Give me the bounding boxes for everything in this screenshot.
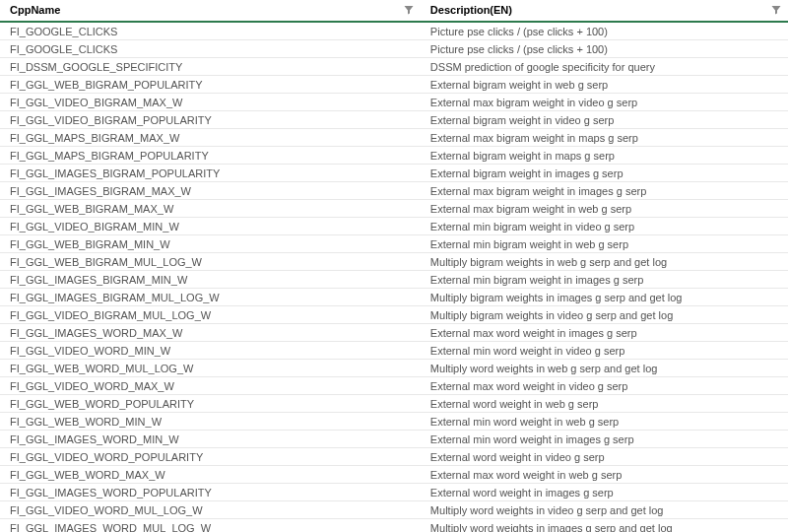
cell-cpp-name: FI_GGL_WEB_WORD_MUL_LOG_W (0, 360, 421, 377)
cell-cpp-name: FI_GGL_IMAGES_BIGRAM_MUL_LOG_W (0, 289, 421, 306)
cell-description: External max word weight in video g serp (421, 377, 788, 395)
table-row[interactable]: FI_GGL_WEB_WORD_MIN_WExternal min word w… (0, 413, 788, 431)
cell-description: External max bigram weight in web g serp (421, 200, 788, 218)
filter-icon[interactable] (770, 4, 782, 16)
cell-description: External min word weight in images g ser… (421, 431, 788, 448)
cell-description: External max bigram weight in maps g ser… (421, 129, 788, 147)
cell-cpp-name: FI_GGL_WEB_BIGRAM_MIN_W (0, 235, 421, 253)
table-header-row: CppName Description(EN) (0, 0, 788, 22)
cell-cpp-name: FI_GOOGLE_CLICKS (0, 22, 421, 40)
cell-description: External max word weight in images g ser… (421, 324, 788, 342)
cell-cpp-name: FI_GOOGLE_CLICKS (0, 40, 421, 58)
cell-description: External max word weight in web g serp (421, 466, 788, 484)
cell-description: External min word weight in web g serp (421, 413, 788, 431)
cell-description: Multiply bigram weights in video g serp … (421, 306, 788, 324)
table-row[interactable]: FI_GGL_VIDEO_WORD_POPULARITYExternal wor… (0, 448, 788, 466)
cell-description: External min bigram weight in images g s… (421, 271, 788, 289)
table-row[interactable]: FI_GGL_WEB_BIGRAM_MAX_WExternal max bigr… (0, 200, 788, 218)
cell-cpp-name: FI_GGL_VIDEO_WORD_MIN_W (0, 342, 421, 360)
cell-cpp-name: FI_GGL_MAPS_BIGRAM_POPULARITY (0, 147, 421, 165)
cell-cpp-name: FI_GGL_VIDEO_BIGRAM_MAX_W (0, 94, 421, 111)
cell-description: External bigram weight in video g serp (421, 111, 788, 129)
filter-icon[interactable] (403, 4, 415, 16)
cell-cpp-name: FI_GGL_WEB_WORD_POPULARITY (0, 395, 421, 413)
cell-cpp-name: FI_GGL_WEB_WORD_MAX_W (0, 466, 421, 484)
header-label: CppName (10, 4, 60, 16)
header-label: Description(EN) (430, 4, 512, 16)
table-row[interactable]: FI_GGL_MAPS_BIGRAM_POPULARITYExternal bi… (0, 147, 788, 165)
table-row[interactable]: FI_GGL_IMAGES_WORD_MAX_WExternal max wor… (0, 324, 788, 342)
cell-description: Multiply word weights in images g serp a… (421, 519, 788, 533)
table-row[interactable]: FI_GGL_WEB_WORD_POPULARITYExternal word … (0, 395, 788, 413)
cell-cpp-name: FI_GGL_MAPS_BIGRAM_MAX_W (0, 129, 421, 147)
table-body: FI_GOOGLE_CLICKSPicture pse clicks / (ps… (0, 22, 788, 532)
cell-cpp-name: FI_GGL_IMAGES_WORD_MIN_W (0, 431, 421, 448)
header-cpp-name[interactable]: CppName (0, 0, 421, 22)
cell-cpp-name: FI_GGL_IMAGES_WORD_MUL_LOG_W (0, 519, 421, 533)
header-description[interactable]: Description(EN) (421, 0, 788, 22)
cell-cpp-name: FI_GGL_VIDEO_BIGRAM_MUL_LOG_W (0, 306, 421, 324)
table-row[interactable]: FI_GGL_WEB_WORD_MUL_LOG_WMultiply word w… (0, 360, 788, 377)
cell-description: External min bigram weight in web g serp (421, 235, 788, 253)
table-row[interactable]: FI_GOOGLE_CLICKSPicture pse clicks / (ps… (0, 40, 788, 58)
cell-cpp-name: FI_GGL_IMAGES_BIGRAM_POPULARITY (0, 165, 421, 182)
cell-description: DSSM prediction of google specificity fo… (421, 58, 788, 76)
table-row[interactable]: FI_GGL_IMAGES_BIGRAM_MAX_WExternal max b… (0, 182, 788, 200)
table-row[interactable]: FI_GGL_VIDEO_WORD_MIN_WExternal min word… (0, 342, 788, 360)
cell-description: External word weight in images g serp (421, 484, 788, 501)
table-row[interactable]: FI_GGL_VIDEO_WORD_MUL_LOG_WMultiply word… (0, 501, 788, 519)
table-row[interactable]: FI_GGL_IMAGES_BIGRAM_MIN_WExternal min b… (0, 271, 788, 289)
cell-cpp-name: FI_GGL_VIDEO_WORD_POPULARITY (0, 448, 421, 466)
table-row[interactable]: FI_GGL_WEB_BIGRAM_POPULARITYExternal big… (0, 76, 788, 94)
cell-description: External bigram weight in web g serp (421, 76, 788, 94)
cell-description: Multiply word weights in web g serp and … (421, 360, 788, 377)
cell-description: Multiply bigram weights in web g serp an… (421, 253, 788, 271)
data-table: CppName Description(EN) FI_GOOGLE_CLICKS… (0, 0, 788, 532)
cell-cpp-name: FI_GGL_VIDEO_BIGRAM_POPULARITY (0, 111, 421, 129)
cell-cpp-name: FI_GGL_WEB_BIGRAM_POPULARITY (0, 76, 421, 94)
cell-cpp-name: FI_GGL_IMAGES_BIGRAM_MAX_W (0, 182, 421, 200)
cell-cpp-name: FI_DSSM_GOOGLE_SPECIFICITY (0, 58, 421, 76)
cell-cpp-name: FI_GGL_WEB_BIGRAM_MAX_W (0, 200, 421, 218)
table-row[interactable]: FI_GGL_MAPS_BIGRAM_MAX_WExternal max big… (0, 129, 788, 147)
table-row[interactable]: FI_GGL_IMAGES_WORD_POPULARITYExternal wo… (0, 484, 788, 501)
table-row[interactable]: FI_GGL_IMAGES_BIGRAM_MUL_LOG_WMultiply b… (0, 289, 788, 306)
cell-cpp-name: FI_GGL_IMAGES_WORD_POPULARITY (0, 484, 421, 501)
table-row[interactable]: FI_GGL_VIDEO_WORD_MAX_WExternal max word… (0, 377, 788, 395)
cell-cpp-name: FI_GGL_VIDEO_BIGRAM_MIN_W (0, 218, 421, 235)
table-row[interactable]: FI_GGL_VIDEO_BIGRAM_MUL_LOG_WMultiply bi… (0, 306, 788, 324)
table-row[interactable]: FI_GGL_IMAGES_WORD_MUL_LOG_WMultiply wor… (0, 519, 788, 533)
table-row[interactable]: FI_GGL_IMAGES_BIGRAM_POPULARITYExternal … (0, 165, 788, 182)
cell-description: Multiply word weights in video g serp an… (421, 501, 788, 519)
table-row[interactable]: FI_GGL_WEB_WORD_MAX_WExternal max word w… (0, 466, 788, 484)
cell-cpp-name: FI_GGL_VIDEO_WORD_MUL_LOG_W (0, 501, 421, 519)
cell-cpp-name: FI_GGL_WEB_WORD_MIN_W (0, 413, 421, 431)
cell-description: Picture pse clicks / (pse clicks + 100) (421, 40, 788, 58)
cell-description: External bigram weight in images g serp (421, 165, 788, 182)
cell-cpp-name: FI_GGL_WEB_BIGRAM_MUL_LOG_W (0, 253, 421, 271)
table-row[interactable]: FI_DSSM_GOOGLE_SPECIFICITYDSSM predictio… (0, 58, 788, 76)
cell-cpp-name: FI_GGL_IMAGES_WORD_MAX_W (0, 324, 421, 342)
cell-description: External bigram weight in maps g serp (421, 147, 788, 165)
cell-description: External max bigram weight in images g s… (421, 182, 788, 200)
cell-description: Multiply bigram weights in images g serp… (421, 289, 788, 306)
table-row[interactable]: FI_GGL_VIDEO_BIGRAM_MIN_WExternal min bi… (0, 218, 788, 235)
cell-description: Picture pse clicks / (pse clicks + 100) (421, 22, 788, 40)
table-row[interactable]: FI_GOOGLE_CLICKSPicture pse clicks / (ps… (0, 22, 788, 40)
cell-description: External min word weight in video g serp (421, 342, 788, 360)
table-row[interactable]: FI_GGL_WEB_BIGRAM_MUL_LOG_WMultiply bigr… (0, 253, 788, 271)
table-row[interactable]: FI_GGL_VIDEO_BIGRAM_POPULARITYExternal b… (0, 111, 788, 129)
table-row[interactable]: FI_GGL_IMAGES_WORD_MIN_WExternal min wor… (0, 431, 788, 448)
cell-cpp-name: FI_GGL_VIDEO_WORD_MAX_W (0, 377, 421, 395)
cell-description: External word weight in web g serp (421, 395, 788, 413)
table-row[interactable]: FI_GGL_WEB_BIGRAM_MIN_WExternal min bigr… (0, 235, 788, 253)
cell-description: External word weight in video g serp (421, 448, 788, 466)
cell-description: External max bigram weight in video g se… (421, 94, 788, 111)
cell-cpp-name: FI_GGL_IMAGES_BIGRAM_MIN_W (0, 271, 421, 289)
table-row[interactable]: FI_GGL_VIDEO_BIGRAM_MAX_WExternal max bi… (0, 94, 788, 111)
cell-description: External min bigram weight in video g se… (421, 218, 788, 235)
